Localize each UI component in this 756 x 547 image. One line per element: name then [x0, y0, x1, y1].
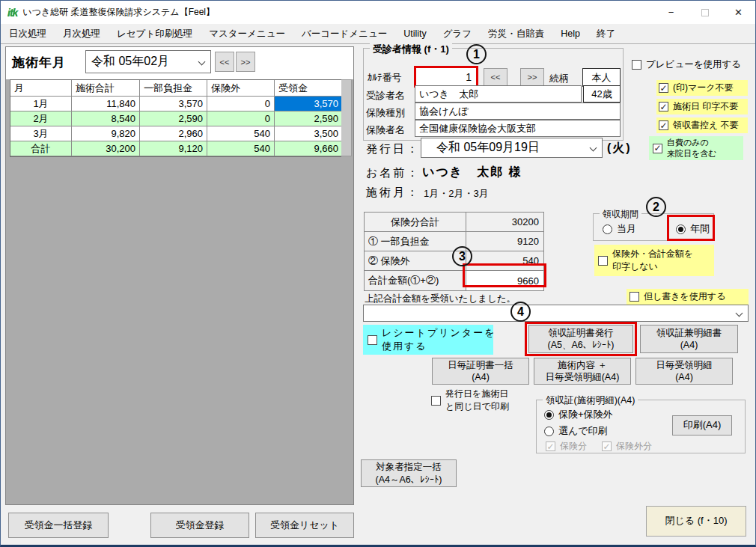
close-button[interactable]: ✕ [722, 1, 755, 24]
radio-unselected-icon[interactable] [603, 224, 612, 234]
period-next-button[interactable]: >> [236, 52, 255, 72]
relation-field[interactable]: 本人 [582, 68, 621, 87]
checkbox-unchecked-icon[interactable] [431, 396, 441, 406]
patient-next-button[interactable]: >> [520, 68, 544, 86]
maximize-button[interactable] [688, 1, 722, 24]
same-day-print-option[interactable]: 発行日を施術日と同じ日で印刷 [431, 388, 509, 413]
menu-bar: 日次処理 月次処理 レセプト印刷処理 マスターメニュー バーコードメニュー Ut… [1, 24, 755, 44]
table-cell[interactable]: 9,660 [275, 141, 342, 156]
application-window: itk いつき総研 柔道整復保険請求システム【Feel】 − ✕ 日次処理 月次… [0, 0, 756, 547]
receipt-with-detail-button[interactable]: 領収証兼明細書(A4) [640, 325, 738, 353]
radio-selected-icon[interactable] [676, 224, 686, 234]
table-cell[interactable]: 2,590 [140, 111, 207, 126]
received-batch-register-button[interactable]: 受領金一括登録 [8, 513, 109, 538]
issue-receipt-button[interactable]: 領収証明書発行(A5、A6、ﾚｼｰﾄ) [528, 325, 633, 353]
menu-item-master[interactable]: マスターメニュー [201, 28, 293, 40]
no-print-total-option[interactable]: 保険外・合計金額を印字しない [594, 245, 714, 276]
summary-row: 合計金額(①+②) 9660 [365, 271, 543, 290]
proviso-option[interactable]: 但し書きを使用する [627, 289, 749, 305]
checkbox-unchecked-icon[interactable] [598, 256, 608, 266]
received-note-label: 上記合計金額を受領いたしました。 [365, 293, 516, 305]
period-annual-radio[interactable]: 年間 [676, 222, 710, 236]
table-cell-month[interactable]: 2月 [10, 111, 72, 126]
insurer-name-field[interactable]: 全国健康保険協会大阪支部 [415, 120, 621, 137]
menu-item-graph[interactable]: グラフ [435, 28, 480, 40]
no-in-mark-label: (印)マーク不要 [673, 82, 734, 94]
chevron-down-icon [590, 144, 597, 152]
no-in-mark-option[interactable]: (印)マーク不要 [656, 80, 748, 96]
menu-item-receipt-print[interactable]: レセプト印刷処理 [109, 28, 201, 40]
received-reset-button[interactable]: 受領金リセット [255, 513, 354, 538]
checkbox-checked-icon[interactable] [659, 83, 668, 93]
table-cell-selected[interactable]: 3,570 [275, 97, 342, 111]
radio-selected-icon[interactable] [544, 410, 554, 420]
receipt-printer-option[interactable]: レシートプリンターを使用する [363, 325, 493, 355]
patient-prev-button[interactable]: << [484, 68, 507, 86]
patient-name-field[interactable]: いつき 太郎 [415, 85, 582, 103]
treatment-period-combobox[interactable]: 令和 05年02月 [85, 50, 211, 73]
chart-number-input[interactable]: 1 [414, 66, 478, 88]
self-pay-days-option[interactable]: 自費のみの来院日を含む [649, 136, 743, 160]
menu-item-rosai[interactable]: 労災・自賠責 [480, 28, 552, 40]
monthly-amounts-table: 月 施術合計 一部負担金 保険外 受領金 1月 11,840 3,570 0 3… [10, 79, 341, 157]
menu-item-monthly[interactable]: 月次処理 [55, 28, 109, 40]
checkbox-checked-icon[interactable] [659, 120, 668, 130]
print-a4-button[interactable]: 印刷(A4) [672, 415, 732, 436]
table-cell[interactable]: 30,200 [72, 141, 140, 156]
menu-item-exit[interactable]: 終了 [588, 28, 624, 40]
table-cell[interactable]: 3,500 [275, 126, 342, 141]
no-copy-option[interactable]: 領収書控え 不要 [656, 117, 748, 133]
checkbox-unchecked-icon[interactable] [368, 335, 377, 345]
patient-info-group-title: 受診者情報 (f・1) [370, 43, 452, 56]
daily-receipt-detail-button[interactable]: 日毎受領明細(A4) [635, 358, 733, 385]
minimize-button[interactable]: − [654, 1, 688, 24]
table-cell[interactable]: 9,820 [72, 126, 140, 141]
relation-label: 続柄 [549, 72, 569, 85]
table-cell[interactable]: 540 [207, 126, 275, 141]
menu-item-daily[interactable]: 日次処理 [1, 28, 55, 40]
checkbox-checked-icon[interactable] [659, 102, 668, 111]
table-cell[interactable]: 11,840 [72, 97, 140, 111]
menu-item-barcode[interactable]: バーコードメニュー [293, 28, 395, 40]
receipt-detail-group: 領収証(施術明細)(A4) 保険+保険外 選んで印刷 保険分 保険外分 印刷(A… [536, 400, 746, 453]
checkbox-unchecked-icon[interactable] [632, 60, 641, 70]
period-current-month-radio[interactable]: 当月 [603, 222, 636, 236]
window-controls: − ✕ [654, 1, 755, 24]
proviso-combobox[interactable] [363, 305, 749, 322]
issue-date-combobox[interactable]: 令和 05年09月19日 [421, 138, 603, 158]
menu-item-help[interactable]: Help [552, 28, 588, 39]
radio-unselected-icon[interactable] [544, 427, 554, 436]
table-cell[interactable]: 0 [207, 97, 275, 111]
patient-age-field: 42歳 [583, 85, 621, 103]
no-date-print-option[interactable]: 施術日 印字不要 [656, 99, 748, 114]
table-cell[interactable]: 9,120 [140, 141, 207, 156]
checkbox-checked-icon[interactable] [653, 144, 662, 153]
table-cell[interactable]: 0 [207, 111, 275, 126]
annotation-circle-1: 1 [466, 44, 487, 64]
checkbox-unchecked-icon[interactable] [630, 292, 639, 302]
table-cell-month[interactable]: 3月 [10, 126, 72, 141]
table-cell-month[interactable]: 合計 [10, 141, 72, 156]
table-cell[interactable]: 8,540 [72, 111, 140, 126]
period-prev-button[interactable]: << [215, 52, 234, 72]
table-cell[interactable]: 2,960 [140, 126, 207, 141]
annotation-circle-4: 4 [510, 302, 531, 322]
target-batch-button[interactable]: 対象者指定一括(A4～A6、ﾚｼｰﾄ) [361, 459, 457, 487]
daily-cert-batch-button[interactable]: 日毎証明書一括(A4) [432, 358, 529, 385]
summary-label: ① 一部負担金 [365, 232, 466, 251]
insurance-type-field[interactable]: 協会けんぽ [415, 103, 621, 120]
use-preview-option[interactable]: プレビューを使用する [632, 58, 741, 71]
table-scrollbar[interactable] [341, 79, 352, 156]
menu-item-utility[interactable]: Utility [395, 28, 435, 39]
close-form-button[interactable]: 閉じる (f・10) [646, 506, 746, 537]
table-cell[interactable]: 3,570 [140, 97, 207, 111]
insurance-plus-outside-radio[interactable]: 保険+保険外 [544, 408, 613, 421]
treatment-period-header: 施術年月 令和 05年02月 << >> [6, 47, 353, 79]
received-register-button[interactable]: 受領金登録 [150, 513, 249, 538]
treatment-daily-detail-button[interactable]: 施術内容 ＋日毎受領明細(A4) [534, 358, 631, 385]
period-current-month-label: 当月 [617, 222, 636, 236]
table-cell-month[interactable]: 1月 [10, 97, 72, 111]
table-cell[interactable]: 540 [207, 141, 275, 156]
table-cell[interactable]: 2,590 [275, 111, 342, 126]
select-print-radio[interactable]: 選んで印刷 [544, 424, 608, 438]
